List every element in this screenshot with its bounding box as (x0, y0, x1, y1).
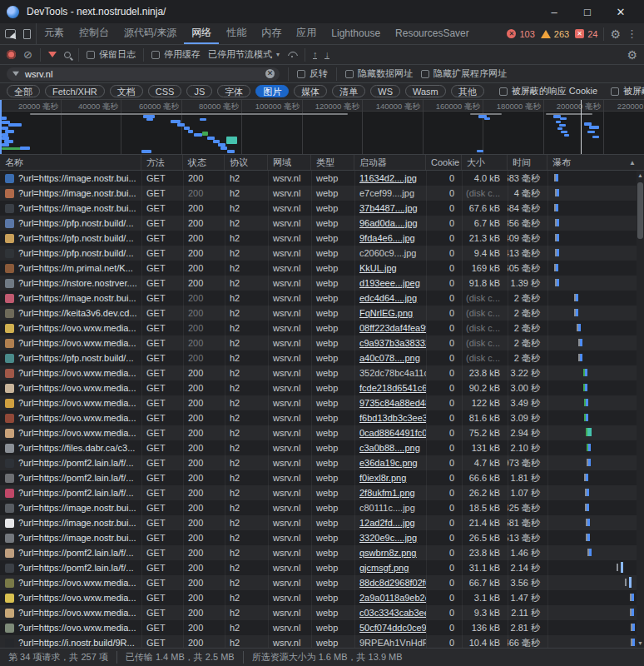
column-header-瀑布[interactable]: 瀑布 (547, 155, 637, 170)
kebab-menu-icon[interactable]: ⋮ (627, 27, 637, 40)
type-chip-字体[interactable]: 字体 (217, 85, 250, 97)
cell-方法: GET (141, 530, 183, 545)
chevron-down-icon: ▾ (276, 51, 280, 58)
cell-协议: h2 (225, 261, 268, 276)
tab-ResourcesSaver[interactable]: ResourcesSaver (388, 23, 477, 44)
issues-badge[interactable]: ✕ 24 (575, 29, 597, 39)
network-toolbar: ⊘ 保留日志 停用缓存 已停用节流模式 ▾ ↑ ↓ ⚙ (0, 45, 644, 65)
vertical-scrollbar[interactable]: ▲▼ (637, 171, 644, 648)
tab-Lighthouse[interactable]: Lighthouse (324, 23, 388, 44)
disable-cache-checkbox[interactable]: 停用缓存 (151, 48, 201, 61)
type-chip-Wasm[interactable]: Wasm (405, 85, 446, 97)
cell-类型: webp (311, 365, 354, 380)
scrollbar-thumb[interactable] (637, 182, 643, 239)
clear-filter-icon[interactable]: ✕ (265, 69, 275, 78)
cell-网域: wsrv.nl (268, 440, 311, 455)
hide-extension-urls-checkbox[interactable]: 隐藏扩展程序网址 (421, 67, 507, 80)
cell-类型: webp (311, 335, 354, 350)
column-header-名称[interactable]: 名称 (0, 155, 141, 170)
cell-网域: wsrv.nl (268, 425, 311, 440)
network-conditions-icon[interactable] (287, 52, 297, 58)
tab-控制台[interactable]: 控制台 (72, 23, 116, 44)
devtools-tab-bar: 元素控制台源代码/来源网络性能内存应用LighthouseResourcesSa… (0, 23, 644, 45)
waterfall-bar (576, 294, 578, 301)
column-header-启动器[interactable]: 启动器 (354, 155, 426, 170)
cell-瀑布 (547, 560, 637, 575)
filter-icon[interactable] (48, 52, 57, 57)
divider (305, 48, 305, 62)
type-chip-WS[interactable]: WS (370, 85, 400, 97)
timeline-tick-label: 60000 毫秒 (139, 102, 179, 112)
close-button[interactable]: ✕ (604, 6, 637, 18)
cell-状态: 200 (183, 530, 225, 545)
export-har-icon[interactable]: ↓ (324, 50, 329, 59)
type-chip-媒体[interactable]: 媒体 (294, 85, 327, 97)
type-chip-CSS[interactable]: CSS (148, 85, 182, 97)
network-overview-timeline[interactable]: 20000 毫秒40000 毫秒60000 毫秒80000 毫秒100000 毫… (0, 100, 644, 155)
cell-协议: h2 (225, 500, 268, 515)
cell-启动器: 88dc8d2968f02f6 (354, 575, 426, 590)
settings-gear-icon[interactable]: ⚙ (610, 28, 621, 40)
type-chip-文档[interactable]: 文档 (110, 85, 143, 97)
cell-启动器: f6bd13db3c3ee37 (354, 410, 426, 425)
timeline-gridline (543, 100, 544, 154)
cell-网域: wsrv.nl (268, 350, 311, 365)
tab-性能[interactable]: 性能 (219, 23, 254, 44)
throttling-dropdown[interactable]: 已停用节流模式 ▾ (208, 48, 280, 61)
inspect-element-icon[interactable] (5, 29, 16, 38)
sort-ascending-icon[interactable]: ▲ (629, 159, 636, 166)
column-header-时间[interactable]: 时间 (508, 155, 547, 170)
column-header-状态[interactable]: 状态 (183, 155, 225, 170)
cell-网域: wsrv.nl (268, 620, 311, 635)
warning-badge[interactable]: 263 (541, 29, 569, 39)
type-chip-全部[interactable]: 全部 (7, 85, 40, 97)
cell-时间: 466 毫秒 (508, 635, 547, 648)
device-toolbar-icon[interactable] (23, 29, 31, 39)
tab-网络[interactable]: 网络 (184, 23, 219, 44)
search-icon[interactable] (64, 52, 71, 58)
blocked-requests-checkbox[interactable]: 被屏蔽的请求 (611, 85, 644, 97)
clear-network-log-icon[interactable]: ⊘ (23, 50, 32, 60)
tab-元素[interactable]: 元素 (37, 23, 72, 44)
minimize-button[interactable]: – (537, 6, 571, 18)
type-chip-图片[interactable]: 图片 (255, 85, 289, 97)
scroll-up-icon[interactable]: ▲ (637, 172, 644, 178)
network-settings-gear-icon[interactable]: ⚙ (627, 49, 637, 61)
type-chip-JS[interactable]: JS (186, 85, 212, 97)
cell-瀑布 (547, 246, 637, 261)
column-header-Cookie[interactable]: Cookie (426, 155, 462, 170)
blocked-cookies-checkbox[interactable]: 被屏蔽的响应 Cookie (499, 85, 597, 97)
filter-input[interactable]: wsrv.nl ✕ (7, 67, 280, 81)
cell-时间: 2.94 秒 (508, 425, 547, 440)
column-header-网域[interactable]: 网域 (268, 155, 311, 170)
column-header-协议[interactable]: 协议 (225, 155, 268, 170)
cell-类型: webp (311, 291, 354, 306)
tab-源代码/来源[interactable]: 源代码/来源 (116, 23, 184, 44)
import-har-icon[interactable]: ↑ (313, 50, 318, 59)
error-badge[interactable]: ✕ 103 (507, 29, 534, 39)
hide-data-urls-checkbox[interactable]: 隐藏数据网址 (345, 67, 413, 80)
column-header-类型[interactable]: 类型 (311, 155, 354, 170)
cell-类型: webp (311, 500, 354, 515)
maximize-button[interactable]: □ (571, 6, 604, 18)
resource-thumbnail (5, 579, 14, 588)
cell-状态: 200 (183, 261, 225, 276)
cell-网域: wsrv.nl (268, 291, 311, 306)
cell-瀑布 (547, 575, 637, 590)
column-header-大小[interactable]: 大小 (462, 155, 508, 170)
column-header-方法[interactable]: 方法 (141, 155, 183, 170)
cell-名称: ?url=https://ovo.wxw.media... (0, 605, 141, 620)
type-chip-其他[interactable]: 其他 (451, 85, 484, 97)
record-network-log-button[interactable] (7, 50, 16, 59)
scroll-down-icon[interactable]: ▼ (637, 640, 644, 646)
type-chip-Fetch/XHR[interactable]: Fetch/XHR (45, 85, 105, 97)
resource-thumbnail (5, 564, 14, 573)
type-chip-清单[interactable]: 清单 (332, 85, 365, 97)
invert-checkbox[interactable]: 反转 (297, 67, 328, 80)
tab-应用[interactable]: 应用 (289, 23, 324, 44)
cell-状态: 200 (183, 216, 225, 231)
preserve-log-checkbox[interactable]: 保留日志 (87, 48, 136, 61)
cell-类型: webp (311, 530, 354, 545)
cell-类型: webp (311, 395, 354, 410)
tab-内存[interactable]: 内存 (254, 23, 289, 44)
